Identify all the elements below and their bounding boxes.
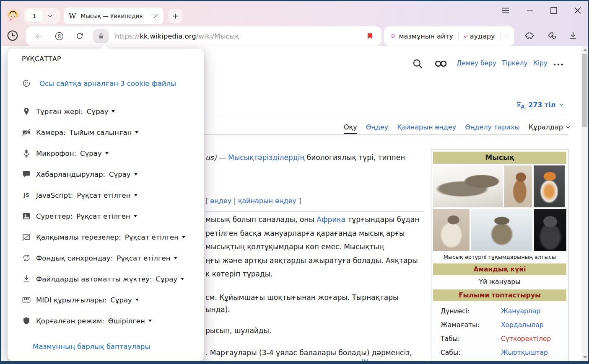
caret-down-icon[interactable] xyxy=(148,320,152,322)
article-link[interactable]: Мысықтәрізділердің xyxy=(228,153,304,162)
tabby-cat-lying-photo[interactable] xyxy=(433,165,503,207)
permission-value[interactable]: Сұрау xyxy=(80,150,102,157)
downloads-icon[interactable] xyxy=(568,31,578,40)
window-minimize-button[interactable] xyxy=(525,5,535,15)
permission-row[interactable]: Камера: Тыйым салынған xyxy=(22,127,138,138)
popup-icon xyxy=(22,232,31,242)
tabby-cat-snow-photo[interactable] xyxy=(471,209,532,251)
tab-Өңдеу[interactable]: Өңдеу xyxy=(366,123,389,131)
permission-row[interactable]: Қалқымалы терезелер: Рұқсат етілген xyxy=(22,232,185,243)
permission-label: JavaScript: xyxy=(36,191,73,199)
address-bar[interactable]: Я https://kk.wikipedia.org/wiki/Мысық xyxy=(26,26,381,46)
taxonomy-value-link[interactable]: Хордалылар xyxy=(501,321,566,329)
siamese-cat-photo[interactable] xyxy=(433,209,470,251)
wiki-header-link[interactable]: Кіру xyxy=(533,59,547,67)
permission-row[interactable]: MIDI құрылғылары: Сұрау xyxy=(22,294,139,305)
orange-white-cat-photo[interactable] xyxy=(534,165,565,207)
permission-row[interactable]: Микрофон: Сұрау xyxy=(22,148,109,159)
permission-label: Хабарландырулар: xyxy=(36,170,105,178)
permission-row[interactable]: Файлдарды автоматты жүктеу: Сұрау xyxy=(22,274,184,284)
permission-value[interactable]: Өшірілген xyxy=(108,317,145,325)
read-aloud-button[interactable]: мазмұнын айту xyxy=(399,32,453,40)
search-icon[interactable] xyxy=(412,58,423,69)
scrollbar-down-arrow[interactable] xyxy=(583,356,587,359)
scrollbar-up-arrow[interactable] xyxy=(583,49,587,51)
tab-group-button[interactable]: 1 xyxy=(24,8,60,24)
permission-value[interactable]: Сұрау xyxy=(87,108,109,116)
window-maximize-button[interactable] xyxy=(549,5,559,15)
appearance-glasses-icon[interactable] xyxy=(434,60,448,67)
infobox-caption: Мысық әртүрлі тұқымдарының алтысы xyxy=(433,251,566,263)
chevron-down-icon[interactable] xyxy=(47,13,53,19)
wiki-header-link[interactable]: Демеу беру xyxy=(457,59,496,67)
more-menu-dots-icon[interactable] xyxy=(553,62,564,67)
permission-value[interactable]: Сұрау xyxy=(109,170,131,178)
permission-row[interactable]: Тұрған жері: Сұрау xyxy=(22,106,115,117)
article-text-line: мысықтың қолтұқымдары көп емес. Мысықтың xyxy=(205,243,384,251)
taxonomy-value-link[interactable]: Жануарлар xyxy=(501,307,566,315)
permission-value[interactable]: Рұқсат етілген xyxy=(77,191,130,199)
permission-row[interactable]: Фондық синхрондау: Рұқсат етілген xyxy=(22,253,177,263)
more-options-icon[interactable] xyxy=(505,33,509,39)
permission-value[interactable]: Рұқсат етілген xyxy=(125,233,179,241)
new-tab-button[interactable] xyxy=(169,9,182,23)
back-arrow-icon[interactable] xyxy=(34,32,43,41)
language-selector[interactable]: A 273 тіл xyxy=(516,100,565,110)
browser-tab[interactable]: W Мысық — Уикипедия xyxy=(64,8,163,24)
taxonomy-rank: Дүниесі: xyxy=(441,307,501,315)
wiki-header-link[interactable]: Тіркелу xyxy=(502,59,528,67)
article-link[interactable]: Африка xyxy=(317,215,345,224)
caret-down-icon[interactable] xyxy=(112,110,115,113)
site-permissions-lock-button[interactable] xyxy=(93,29,109,43)
edit-link[interactable]: өңдеу xyxy=(210,197,231,205)
permission-row[interactable]: Хабарландырулар: Сұрау xyxy=(22,169,138,180)
history-clock-icon[interactable] xyxy=(6,29,19,42)
permission-row[interactable]: Суреттер: Рұқсат етілген xyxy=(22,211,137,222)
window-close-button[interactable] xyxy=(573,5,583,15)
cookie-files-link[interactable]: Осы сайтқа арналған 3 cookie файлы xyxy=(39,80,176,88)
caret-down-icon[interactable] xyxy=(134,194,138,196)
tab-close-icon[interactable] xyxy=(153,13,158,19)
translate-button[interactable]: аудару xyxy=(470,32,495,40)
caret-down-icon[interactable] xyxy=(174,257,177,259)
caret-down-icon[interactable] xyxy=(135,299,139,301)
yandex-logo-icon[interactable]: Я xyxy=(55,32,64,41)
permission-value[interactable]: Сұрау xyxy=(110,296,132,304)
collections-tag-icon[interactable] xyxy=(547,31,556,40)
taxonomy-value-link[interactable]: Жыртқыштар xyxy=(501,349,566,356)
permission-value[interactable]: Рұқсат етілген xyxy=(76,212,130,220)
edit-source-link[interactable]: қайнарын өңдеу xyxy=(238,197,296,205)
caret-down-icon[interactable] xyxy=(135,131,138,134)
all-content-settings-link[interactable]: Мазмұнның барлық баптаулары xyxy=(33,343,150,351)
gray-cat-photo[interactable] xyxy=(534,209,566,251)
profile-avatar-icon[interactable] xyxy=(5,8,21,23)
caret-down-icon[interactable] xyxy=(134,173,138,176)
tab-count-badge[interactable]: 1 xyxy=(26,10,43,22)
reload-icon[interactable] xyxy=(75,32,84,40)
caret-down-icon[interactable] xyxy=(182,236,185,238)
permission-value[interactable]: Сұрау xyxy=(156,275,178,283)
window-menu-button[interactable] xyxy=(501,5,511,15)
permission-row[interactable]: Қорғалған режим: Өшірілген xyxy=(22,315,152,326)
taxonomy-value-link[interactable]: Сүткоректілер xyxy=(501,335,566,343)
permission-value[interactable]: Рұқсат етілген xyxy=(117,254,170,262)
caret-down-icon[interactable] xyxy=(134,215,137,217)
permission-row[interactable]: JS JavaScript: Рұқсат етілген xyxy=(22,190,138,201)
bookmark-flag-icon[interactable] xyxy=(366,31,374,41)
translate-icon[interactable]: A xyxy=(463,31,468,41)
article-text-line: мысық болып саналады, оны Африка тұрғынд… xyxy=(205,215,419,224)
url-text[interactable]: https://kk.wikipedia.org/wiki/Мысық xyxy=(115,32,239,40)
tab-Оқу[interactable]: Оқу xyxy=(344,123,357,134)
caret-down-icon[interactable] xyxy=(105,152,109,155)
tab-Құралдар[interactable]: Құралдар xyxy=(529,123,571,131)
read-aloud-icon[interactable]: «« xyxy=(391,31,395,41)
permission-label: Камера: xyxy=(36,129,66,137)
permission-value[interactable]: Тыйым салынған xyxy=(70,129,132,137)
abyssinian-cat-photo[interactable] xyxy=(504,165,532,207)
caret-down-icon[interactable] xyxy=(181,278,184,280)
tab-Қайнарын өңдеу[interactable]: Қайнарын өңдеу xyxy=(397,123,456,131)
scrollbar-thumb[interactable] xyxy=(582,54,587,127)
wiki-header-links: Демеу беруТіркелуКіру xyxy=(457,59,547,67)
extensions-puzzle-icon[interactable] xyxy=(525,31,534,40)
tab-Өңделу тарихы[interactable]: Өңделу тарихы xyxy=(465,123,520,131)
